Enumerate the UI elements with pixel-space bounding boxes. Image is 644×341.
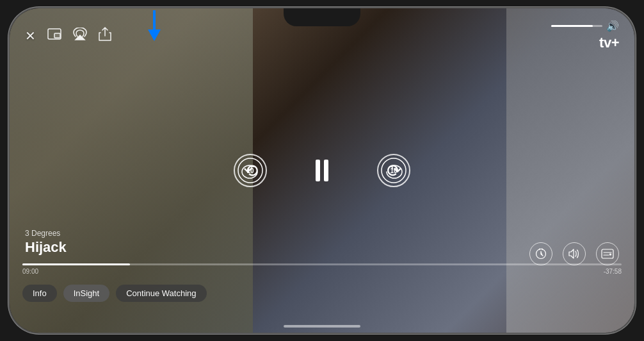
continue-watching-button[interactable]: Continue Watching [116, 285, 206, 302]
appletv-logo: tv+ [598, 35, 619, 51]
title-area: 3 Degrees Hijack [25, 229, 67, 256]
insight-button[interactable]: InSight [63, 285, 109, 302]
forward-button[interactable]: 10 [377, 154, 410, 187]
close-button[interactable]: ✕ [25, 28, 36, 44]
pause-button[interactable] [305, 154, 339, 187]
home-indicator [284, 325, 360, 328]
phone-frame: ✕ [8, 7, 636, 334]
svg-rect-1 [54, 33, 60, 38]
rewind-button[interactable]: 10 [234, 154, 267, 187]
center-controls: 10 10 [234, 154, 410, 187]
appletv-text: tv+ [599, 35, 619, 51]
phone-notch [284, 8, 360, 26]
airplay-button[interactable] [73, 28, 87, 44]
svg-rect-7 [609, 254, 611, 256]
episode-label: 3 Degrees [25, 229, 67, 238]
rewind-seconds: 10 [246, 167, 254, 174]
svg-rect-6 [602, 249, 613, 258]
info-button[interactable]: Info [22, 285, 57, 302]
audio-button[interactable] [563, 242, 586, 265]
playback-speed-button[interactable] [529, 242, 552, 265]
blue-arrow-indicator [148, 12, 161, 41]
remaining-time: -37:58 [604, 268, 622, 275]
volume-icon: 🔊 [606, 20, 619, 32]
controls-overlay: ✕ [10, 8, 634, 333]
volume-control[interactable]: 🔊 [551, 20, 619, 32]
current-time: 09:00 [22, 268, 38, 275]
top-right-area: 🔊 tv+ [551, 20, 619, 51]
subtitles-button[interactable] [596, 242, 619, 265]
right-side-controls [529, 242, 619, 265]
volume-fill [551, 25, 593, 27]
pause-icon [316, 160, 328, 181]
share-button[interactable] [99, 27, 111, 44]
progress-times: 09:00 -37:58 [22, 268, 622, 275]
progress-fill [22, 263, 130, 265]
show-title: Hijack [25, 239, 67, 256]
top-left-controls: ✕ [25, 27, 111, 44]
volume-track [551, 25, 602, 27]
forward-seconds: 10 [390, 167, 397, 174]
picture-in-picture-button[interactable] [47, 28, 61, 43]
bottom-buttons: Info InSight Continue Watching [22, 285, 207, 302]
